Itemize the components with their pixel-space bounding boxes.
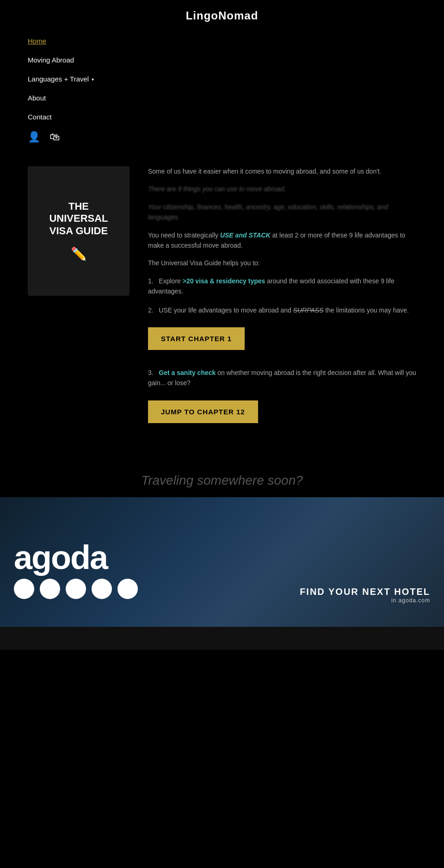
- intro-paragraph: Some of us have it easier when it comes …: [148, 166, 416, 176]
- nav-languages-travel[interactable]: Languages + Travel ▾: [28, 69, 416, 88]
- agoda-logo: agoda: [14, 541, 138, 574]
- helps-heading: The Universal Visa Guide helps you to:: [148, 258, 416, 268]
- blurred-body: Your citizenship, finances, health, ance…: [148, 202, 416, 223]
- stack-highlight: USE and STACK: [220, 231, 271, 239]
- agoda-dot-5: [117, 579, 138, 599]
- content-area: Some of us have it easier when it comes …: [148, 166, 416, 441]
- account-icon[interactable]: 👤: [28, 131, 40, 143]
- nav-moving-abroad[interactable]: Moving Abroad: [28, 50, 416, 69]
- agoda-logo-area: agoda: [14, 541, 138, 599]
- visa-types-highlight: >20 visa & residency types: [183, 277, 265, 285]
- start-chapter-1-button[interactable]: START CHAPTER 1: [148, 327, 245, 350]
- list-item-3: 3. Get a sanity check on whether moving …: [148, 368, 416, 432]
- nav-icon-group: 👤 🛍: [28, 126, 416, 148]
- book-cover: THE UNIVERSAL VISA GUIDE ✏️: [28, 166, 130, 296]
- agoda-dot-3: [66, 579, 86, 599]
- agoda-section[interactable]: agoda FIND YOUR NEXT HOTEL in agoda.com: [0, 497, 444, 627]
- blurred-heading: There are 9 things you can use to move a…: [148, 184, 416, 194]
- agoda-right-text: FIND YOUR NEXT HOTEL in agoda.com: [300, 587, 430, 604]
- agoda-sub: in agoda.com: [300, 597, 430, 604]
- site-logo: LingoNomad: [186, 9, 259, 22]
- sanity-check-highlight: Get a sanity check: [159, 369, 216, 376]
- agoda-dot-4: [92, 579, 112, 599]
- stack-paragraph: You need to strategically USE and STACK …: [148, 230, 416, 251]
- surpass-text: SURPASS: [293, 306, 324, 314]
- traveling-banner: Traveling somewhere soon?: [0, 459, 444, 493]
- list2-text: 2. USE your life advantages to move abro…: [148, 305, 416, 315]
- main-content: THE UNIVERSAL VISA GUIDE ✏️ Some of us h…: [0, 152, 444, 459]
- list3-text: 3. Get a sanity check on whether moving …: [148, 368, 416, 388]
- nav-about[interactable]: About: [28, 88, 416, 107]
- agoda-find-hotel: FIND YOUR NEXT HOTEL: [300, 587, 430, 597]
- chevron-down-icon: ▾: [92, 77, 94, 82]
- bottom-strip: [0, 627, 444, 650]
- site-header: LingoNomad: [0, 0, 444, 27]
- book-title: THE UNIVERSAL VISA GUIDE: [49, 200, 108, 237]
- list-item-1: 1. Explore >20 visa & residency types ar…: [148, 276, 416, 297]
- agoda-dots: [14, 579, 138, 599]
- list1-text: 1. Explore >20 visa & residency types ar…: [148, 276, 416, 297]
- agoda-dot-2: [40, 579, 60, 599]
- nav-contact[interactable]: Contact: [28, 107, 416, 126]
- list-item-2: 2. USE your life advantages to move abro…: [148, 305, 416, 359]
- cart-icon[interactable]: 🛍: [49, 131, 60, 143]
- navigation: Home Moving Abroad Languages + Travel ▾ …: [0, 27, 444, 152]
- agoda-dot-1: [14, 579, 34, 599]
- nav-home[interactable]: Home: [28, 31, 416, 50]
- pencil-icon: ✏️: [71, 246, 87, 262]
- jump-chapter-12-button[interactable]: JUMP to CHAPTER 12: [148, 400, 258, 423]
